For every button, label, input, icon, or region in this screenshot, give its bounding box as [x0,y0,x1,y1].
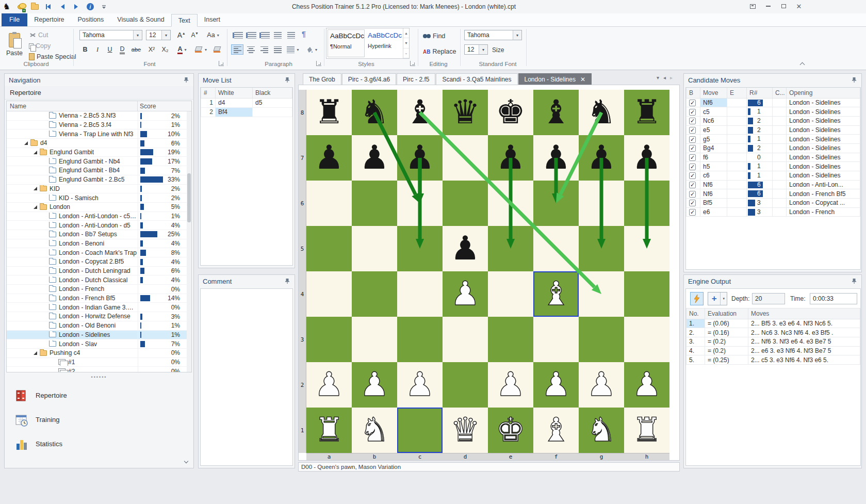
square-b2[interactable]: ♟ [352,362,397,408]
chess-piece-d8[interactable]: ♛ [443,90,488,135]
board-tab-london-sidelines[interactable]: London - Sidelines✕ [518,73,592,85]
checkbox-checked-icon[interactable] [689,200,696,206]
chess-piece-a2[interactable]: ♟ [306,362,352,408]
cut-button[interactable]: Cut [29,30,48,40]
tree-item[interactable]: d46% [7,139,191,148]
scrollbar-thumb[interactable] [187,173,191,222]
tree-item[interactable]: London - Benoni4% [7,239,191,249]
square-e6[interactable] [488,181,533,226]
tree-item[interactable]: KID - Samisch2% [7,193,191,203]
candidate-move-cell[interactable]: e6 [700,207,727,217]
change-case-button[interactable]: Aa▾ [204,30,222,40]
candidate-checkbox-cell[interactable] [687,189,700,199]
candidate-checkbox-cell[interactable] [687,116,700,125]
chess-piece-d1[interactable]: ♛ [443,408,488,453]
pin-icon[interactable] [284,278,290,284]
engine-line-row[interactable]: 1.= (0.06)2... Bf5 3. e3 e6 4. Nf3 Nc6 5… [687,319,860,328]
square-a6[interactable] [306,181,352,226]
square-c3[interactable] [397,317,443,362]
white-move-cell[interactable]: d4 [216,98,253,107]
square-h8[interactable]: ♜ [624,90,669,135]
candidate-checkbox-cell[interactable] [687,171,700,181]
chess-piece-c2[interactable]: ♟ [397,362,443,408]
tree-item[interactable]: Englund Gambit - 2.Bc533% [7,175,191,185]
square-c1[interactable] [397,408,443,453]
square-g8[interactable]: ♞ [579,90,624,135]
decrease-indent-button[interactable] [271,30,284,40]
candidate-row[interactable]: Bg42London - Sidelines [687,143,860,153]
shading-button[interactable]: ▾ [303,44,320,55]
square-c8[interactable]: ♝ [397,90,443,135]
candidate-col-opening[interactable]: Opening [787,88,860,98]
standard-font-size-combo[interactable]: 12▾ [464,44,488,55]
square-h1[interactable]: ♜ [624,408,669,453]
square-h5[interactable] [624,226,669,271]
engine-col-evaluation[interactable]: Evaluation [705,308,748,319]
clear-formatting-button[interactable] [210,44,224,55]
square-f7[interactable]: ♟ [533,135,579,181]
tree-item[interactable]: London - Horwitz Defense3% [7,312,191,321]
superscript-button[interactable]: X² [145,44,158,55]
candidate-checkbox-cell[interactable] [687,135,700,144]
candidate-col-e[interactable]: E [727,88,747,98]
tree-item[interactable]: London - Indian Game 3.Nc30% [7,303,191,312]
square-a4[interactable] [306,271,352,317]
square-f6[interactable] [533,181,579,226]
repertoire-section-header[interactable]: Repertoire [5,86,193,100]
expander-icon[interactable] [34,151,37,154]
black-move-cell[interactable]: d5 [253,98,292,107]
candidate-col-move[interactable]: Move [700,88,727,98]
candidate-row[interactable]: e63London - French [687,207,860,217]
engine-line-row[interactable]: 5.= (0.25)2... c5 3. e3 Nf6 4. Nf3 e6 5. [687,355,860,365]
line-spacing-button[interactable]: ▾ [285,44,301,55]
square-f4[interactable]: ♝ [533,271,579,317]
candidate-row[interactable]: Nc62London - Sidelines [687,116,860,125]
tree-item[interactable]: Vienna - 2.Bc5 3.f41% [7,121,191,130]
square-d6[interactable] [443,181,488,226]
tree-item[interactable]: London - Old Benoni1% [7,321,191,331]
square-e5[interactable] [488,226,533,271]
chess-piece-g7[interactable]: ♟ [579,135,624,181]
collapse-views-icon[interactable] [184,460,188,464]
candidate-checkbox-cell[interactable] [687,180,700,189]
tree-item[interactable]: London - French0% [7,285,191,294]
tree-scrollbar[interactable] [187,111,191,372]
bullet-list-button[interactable] [231,30,243,40]
paste-special-button[interactable]: Paste Special [29,52,76,62]
comment-editor[interactable] [200,288,293,466]
candidate-row[interactable]: Nf66London - French Bf5 [687,189,860,199]
square-h2[interactable]: ♟ [624,362,669,408]
moveno-column-header[interactable]: # [201,88,216,98]
ribbon-tab-repertoire[interactable]: Repertoire [27,13,71,26]
square-f5[interactable] [533,226,579,271]
multilevel-list-button[interactable] [258,30,270,40]
view-button-repertoire[interactable]: Repertoire [5,383,193,408]
square-b6[interactable] [352,181,397,226]
square-g4[interactable] [579,271,624,317]
chess-piece-b7[interactable]: ♟ [352,135,397,181]
square-a5[interactable] [306,226,352,271]
tree-item[interactable]: London - Slav7% [7,339,191,349]
tree-column-headers[interactable]: Name Score [7,101,191,111]
candidate-move-cell[interactable]: h5 [700,162,727,171]
candidate-row[interactable]: c61London - Sidelines [687,171,860,181]
square-f2[interactable]: ♟ [533,362,579,408]
ribbon-tab-visuals-sound[interactable]: Visuals & Sound [110,13,171,26]
black-move-cell[interactable] [253,107,292,117]
style-normal[interactable]: AaBbCcDc ¶Normal [328,29,365,57]
candidate-row[interactable]: e52London - Sidelines [687,125,860,135]
candidate-checkbox-cell[interactable] [687,199,700,208]
styles-gallery-scrollbar[interactable]: ▲ ▼ ⌄ [403,28,409,58]
checkbox-checked-icon[interactable] [689,164,696,170]
chess-piece-g1[interactable]: ♞ [579,408,624,453]
candidate-row[interactable]: Bf53London - Copycat ... [687,199,860,208]
board-tab-the-grob[interactable]: The Grob [303,73,341,85]
engine-col-no[interactable]: No. [687,308,705,319]
square-e2[interactable]: ♟ [488,362,533,408]
square-d2[interactable] [443,362,488,408]
square-b5[interactable] [352,226,397,271]
square-b8[interactable]: ♞ [352,90,397,135]
square-g3[interactable] [579,317,624,362]
chess-piece-f7[interactable]: ♟ [533,135,579,181]
tree-item[interactable]: KID2% [7,185,191,194]
